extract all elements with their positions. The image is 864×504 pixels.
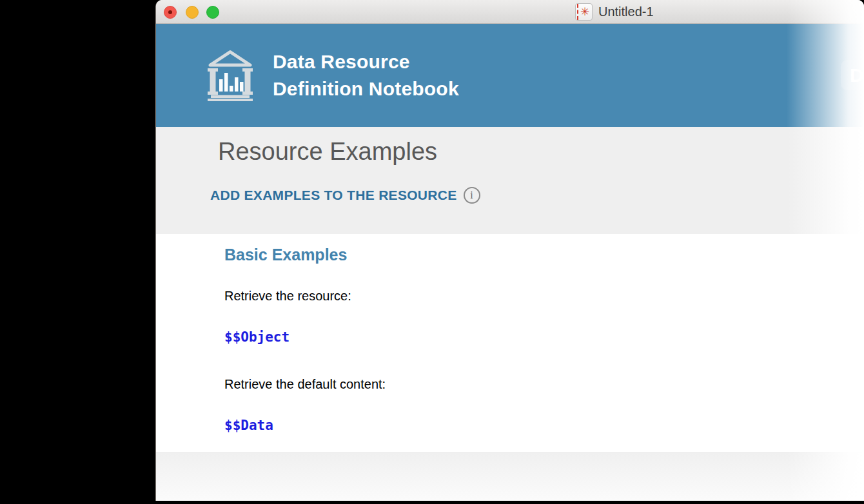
app-title: Data Resource Definition Notebook (273, 48, 459, 102)
zoom-button[interactable] (206, 6, 219, 19)
example-code-cell[interactable]: $$Object (224, 329, 290, 345)
section-heading-row: ADD EXAMPLES TO THE RESOURCE i (210, 187, 480, 204)
section-heading: ADD EXAMPLES TO THE RESOURCE (210, 188, 457, 203)
notebook-document-icon: ✳ (575, 3, 593, 21)
titlebar: ✳ Untitled-1 (156, 0, 864, 24)
app-title-line2: Definition Notebook (273, 75, 459, 102)
header-partial-button[interactable]: D (841, 60, 864, 90)
examples-content: Basic Examples Retrieve the resource: $$… (156, 234, 864, 452)
page-title-band: Resource Examples ADD EXAMPLES TO THE RE… (156, 127, 864, 234)
notebook-window: ✳ Untitled-1 Data Resource Definition No… (155, 0, 864, 501)
spikey-icon: ✳ (580, 6, 589, 17)
unsaved-changes-dot (168, 10, 172, 14)
example-caption: Retrieve the default content: (224, 377, 386, 392)
examples-heading: Basic Examples (224, 246, 347, 264)
close-button[interactable] (164, 6, 177, 19)
example-code-cell[interactable]: $$Data (224, 418, 273, 433)
footer-band (156, 452, 864, 501)
minimize-button[interactable] (186, 6, 199, 19)
info-icon[interactable]: i (464, 187, 480, 204)
example-caption: Retrieve the resource: (224, 289, 351, 304)
page-title: Resource Examples (218, 138, 437, 166)
title-group: ✳ Untitled-1 (575, 0, 654, 24)
window-title: Untitled-1 (598, 5, 654, 19)
app-header: Data Resource Definition Notebook D (156, 24, 864, 127)
data-repository-logo-icon (206, 50, 255, 101)
app-title-line1: Data Resource (273, 48, 459, 75)
notebook-binding-decoration (577, 4, 578, 20)
